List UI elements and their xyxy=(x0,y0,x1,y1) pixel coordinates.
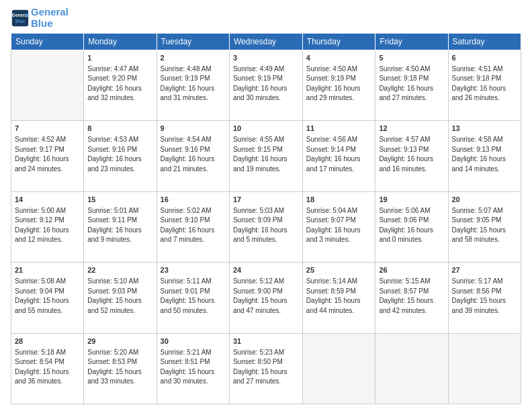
calendar-cell: 7Sunrise: 4:52 AMSunset: 9:17 PMDaylight… xyxy=(11,121,84,191)
day-number: 9 xyxy=(161,124,226,134)
day-number: 7 xyxy=(15,124,80,134)
svg-text:General: General xyxy=(12,13,28,17)
day-info: Sunrise: 5:06 AMSunset: 9:06 PMDaylight:… xyxy=(379,206,444,245)
calendar-cell: 11Sunrise: 4:56 AMSunset: 9:14 PMDayligh… xyxy=(302,121,375,191)
day-number: 29 xyxy=(87,336,152,347)
day-info: Sunrise: 5:03 AMSunset: 9:09 PMDaylight:… xyxy=(233,206,299,245)
day-number: 23 xyxy=(161,265,226,276)
calendar-cell: 13Sunrise: 4:58 AMSunset: 9:13 PMDayligh… xyxy=(448,121,521,191)
weekday-header-row: SundayMondayTuesdayWednesdayThursdayFrid… xyxy=(11,34,521,50)
day-number: 20 xyxy=(452,195,518,205)
day-info: Sunrise: 5:21 AMSunset: 8:51 PMDaylight:… xyxy=(161,348,226,387)
calendar-cell: 8Sunrise: 4:53 AMSunset: 9:16 PMDaylight… xyxy=(84,121,157,191)
day-number: 12 xyxy=(379,124,444,134)
day-info: Sunrise: 5:17 AMSunset: 8:56 PMDaylight:… xyxy=(452,277,518,316)
week-row-2: 7Sunrise: 4:52 AMSunset: 9:17 PMDaylight… xyxy=(11,121,521,191)
day-info: Sunrise: 5:23 AMSunset: 8:50 PMDaylight:… xyxy=(233,348,299,387)
logo: General Blue GeneralBlue xyxy=(11,7,69,29)
day-info: Sunrise: 4:57 AMSunset: 9:13 PMDaylight:… xyxy=(379,135,444,174)
calendar-cell: 31Sunrise: 5:23 AMSunset: 8:50 PMDayligh… xyxy=(229,333,302,404)
day-info: Sunrise: 5:08 AMSunset: 9:04 PMDaylight:… xyxy=(15,277,80,316)
calendar-cell xyxy=(11,50,84,121)
day-info: Sunrise: 5:20 AMSunset: 8:53 PMDaylight:… xyxy=(87,348,152,387)
day-number: 6 xyxy=(452,53,518,64)
calendar-cell: 28Sunrise: 5:18 AMSunset: 8:54 PMDayligh… xyxy=(11,333,84,404)
calendar-cell: 2Sunrise: 4:48 AMSunset: 9:19 PMDaylight… xyxy=(157,50,229,121)
calendar-cell: 4Sunrise: 4:50 AMSunset: 9:19 PMDaylight… xyxy=(302,50,375,121)
day-number: 14 xyxy=(15,195,80,205)
day-info: Sunrise: 4:53 AMSunset: 9:16 PMDaylight:… xyxy=(87,135,152,174)
day-info: Sunrise: 4:47 AMSunset: 9:20 PMDaylight:… xyxy=(87,64,152,103)
day-number: 31 xyxy=(233,336,299,347)
day-number: 27 xyxy=(452,265,518,276)
calendar-cell: 30Sunrise: 5:21 AMSunset: 8:51 PMDayligh… xyxy=(157,333,229,404)
header: General Blue GeneralBlue xyxy=(11,7,521,29)
weekday-header-tuesday: Tuesday xyxy=(157,34,229,50)
day-info: Sunrise: 4:56 AMSunset: 9:14 PMDaylight:… xyxy=(306,135,372,174)
calendar-cell xyxy=(375,333,448,404)
day-number: 21 xyxy=(15,265,80,276)
calendar-cell: 25Sunrise: 5:14 AMSunset: 8:59 PMDayligh… xyxy=(302,263,375,333)
day-info: Sunrise: 4:51 AMSunset: 9:18 PMDaylight:… xyxy=(452,64,518,103)
day-number: 16 xyxy=(161,195,226,205)
svg-text:Blue: Blue xyxy=(15,18,25,23)
day-number: 3 xyxy=(233,53,299,64)
day-number: 18 xyxy=(306,195,372,205)
day-number: 4 xyxy=(306,53,372,64)
day-info: Sunrise: 5:12 AMSunset: 9:00 PMDaylight:… xyxy=(233,277,299,316)
day-number: 17 xyxy=(233,195,299,205)
calendar-cell: 3Sunrise: 4:49 AMSunset: 9:19 PMDaylight… xyxy=(229,50,302,121)
day-number: 11 xyxy=(306,124,372,134)
calendar-cell: 21Sunrise: 5:08 AMSunset: 9:04 PMDayligh… xyxy=(11,263,84,333)
week-row-1: 1Sunrise: 4:47 AMSunset: 9:20 PMDaylight… xyxy=(11,50,521,121)
day-info: Sunrise: 5:15 AMSunset: 8:57 PMDaylight:… xyxy=(379,277,444,316)
day-info: Sunrise: 5:04 AMSunset: 9:07 PMDaylight:… xyxy=(306,206,372,245)
calendar-cell: 24Sunrise: 5:12 AMSunset: 9:00 PMDayligh… xyxy=(229,263,302,333)
calendar-cell: 5Sunrise: 4:50 AMSunset: 9:18 PMDaylight… xyxy=(375,50,448,121)
day-number: 1 xyxy=(87,53,152,64)
day-number: 5 xyxy=(379,53,444,64)
calendar-cell: 20Sunrise: 5:07 AMSunset: 9:05 PMDayligh… xyxy=(448,191,521,262)
calendar-cell xyxy=(302,333,375,404)
day-number: 22 xyxy=(87,265,152,276)
calendar-cell: 23Sunrise: 5:11 AMSunset: 9:01 PMDayligh… xyxy=(157,263,229,333)
day-info: Sunrise: 5:11 AMSunset: 9:01 PMDaylight:… xyxy=(161,277,226,316)
weekday-header-wednesday: Wednesday xyxy=(229,34,302,50)
day-number: 24 xyxy=(233,265,299,276)
day-number: 19 xyxy=(379,195,444,205)
day-info: Sunrise: 5:14 AMSunset: 8:59 PMDaylight:… xyxy=(306,277,372,316)
day-info: Sunrise: 5:00 AMSunset: 9:12 PMDaylight:… xyxy=(15,206,80,245)
calendar-cell: 26Sunrise: 5:15 AMSunset: 8:57 PMDayligh… xyxy=(375,263,448,333)
week-row-4: 21Sunrise: 5:08 AMSunset: 9:04 PMDayligh… xyxy=(11,263,521,333)
day-number: 2 xyxy=(161,53,226,64)
weekday-header-monday: Monday xyxy=(84,34,157,50)
calendar-cell: 18Sunrise: 5:04 AMSunset: 9:07 PMDayligh… xyxy=(302,191,375,262)
day-info: Sunrise: 5:01 AMSunset: 9:11 PMDaylight:… xyxy=(87,206,152,245)
calendar-cell: 9Sunrise: 4:54 AMSunset: 9:16 PMDaylight… xyxy=(157,121,229,191)
calendar-cell: 19Sunrise: 5:06 AMSunset: 9:06 PMDayligh… xyxy=(375,191,448,262)
day-info: Sunrise: 4:50 AMSunset: 9:19 PMDaylight:… xyxy=(306,64,372,103)
day-info: Sunrise: 5:02 AMSunset: 9:10 PMDaylight:… xyxy=(161,206,226,245)
day-number: 10 xyxy=(233,124,299,134)
calendar-cell: 15Sunrise: 5:01 AMSunset: 9:11 PMDayligh… xyxy=(84,191,157,262)
calendar-cell: 12Sunrise: 4:57 AMSunset: 9:13 PMDayligh… xyxy=(375,121,448,191)
weekday-header-friday: Friday xyxy=(375,34,448,50)
calendar-table: SundayMondayTuesdayWednesdayThursdayFrid… xyxy=(11,33,521,404)
week-row-5: 28Sunrise: 5:18 AMSunset: 8:54 PMDayligh… xyxy=(11,333,521,404)
calendar-cell: 1Sunrise: 4:47 AMSunset: 9:20 PMDaylight… xyxy=(84,50,157,121)
day-info: Sunrise: 4:49 AMSunset: 9:19 PMDaylight:… xyxy=(233,64,299,103)
weekday-header-sunday: Sunday xyxy=(11,34,84,50)
day-info: Sunrise: 4:58 AMSunset: 9:13 PMDaylight:… xyxy=(452,135,518,174)
weekday-header-saturday: Saturday xyxy=(448,34,521,50)
logo-icon: General Blue xyxy=(11,9,30,28)
calendar-cell: 17Sunrise: 5:03 AMSunset: 9:09 PMDayligh… xyxy=(229,191,302,262)
calendar-cell: 29Sunrise: 5:20 AMSunset: 8:53 PMDayligh… xyxy=(84,333,157,404)
day-info: Sunrise: 4:52 AMSunset: 9:17 PMDaylight:… xyxy=(15,135,80,174)
day-number: 13 xyxy=(452,124,518,134)
day-number: 26 xyxy=(379,265,444,276)
day-number: 30 xyxy=(161,336,226,347)
day-number: 28 xyxy=(15,336,80,347)
day-info: Sunrise: 4:55 AMSunset: 9:15 PMDaylight:… xyxy=(233,135,299,174)
calendar-cell: 16Sunrise: 5:02 AMSunset: 9:10 PMDayligh… xyxy=(157,191,229,262)
day-info: Sunrise: 5:07 AMSunset: 9:05 PMDaylight:… xyxy=(452,206,518,245)
